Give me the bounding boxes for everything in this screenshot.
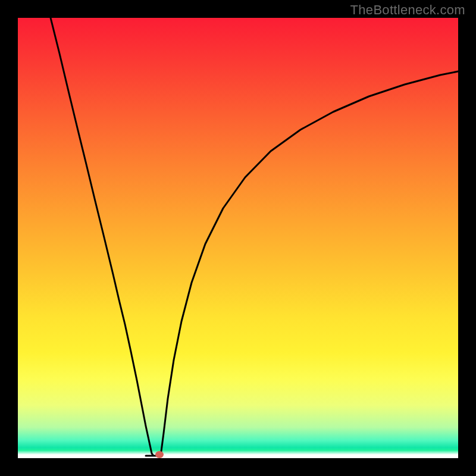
watermark-text: TheBottleneck.com (350, 2, 465, 18)
chart-frame: TheBottleneck.com (0, 0, 476, 476)
plot-background-gradient (18, 18, 458, 458)
